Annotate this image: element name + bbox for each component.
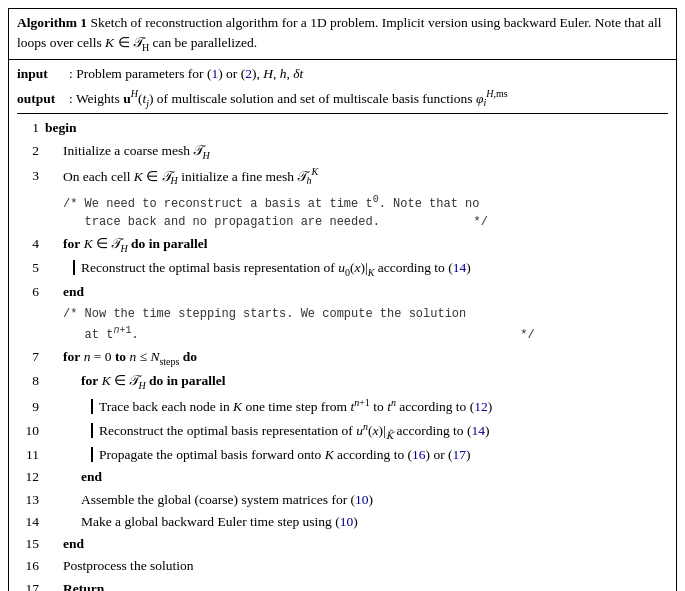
step-num-11: 11 [17, 444, 45, 466]
step-content-9: Trace back each node in K one time step … [45, 395, 668, 419]
output-content: : Weights uH(tj) of multiscale solution … [69, 86, 668, 110]
step-num-6: 6 [17, 281, 45, 303]
step-content-17: Return [45, 578, 668, 591]
input-line: input : Problem parameters for (1) or (2… [17, 64, 668, 84]
step-num-3: 3 [17, 165, 45, 187]
step-1: 1 begin [17, 117, 668, 139]
step-content-5: Reconstruct the optimal basis representa… [45, 257, 668, 281]
output-label: output [17, 89, 69, 109]
comment-content-2: /* Now the time stepping starts. We comp… [45, 305, 668, 344]
step-content-10: Reconstruct the optimal basis representa… [45, 418, 668, 444]
step-17: 17 Return [17, 578, 668, 591]
algorithm-title: Algorithm 1 [17, 15, 87, 30]
step-12: 12 end [17, 466, 668, 488]
step-11: 11 Propagate the optimal basis forward o… [17, 444, 668, 466]
step-num-9: 9 [17, 396, 45, 418]
step-num-5: 5 [17, 257, 45, 279]
step-4: 4 for K ∈ 𝒯H do in parallel [17, 233, 668, 257]
step-16: 16 Postprocess the solution [17, 555, 668, 577]
step-num-15: 15 [17, 533, 45, 555]
step-num-7: 7 [17, 346, 45, 368]
step-num-14: 14 [17, 511, 45, 533]
comment-block-1: /* We need to reconstruct a basis at tim… [17, 190, 668, 233]
output-line: output : Weights uH(tj) of multiscale so… [17, 86, 668, 110]
step-content-2: Initialize a coarse mesh 𝒯H [45, 140, 668, 164]
step-num-2: 2 [17, 140, 45, 162]
step-content-16: Postprocess the solution [45, 555, 668, 577]
step-content-3: On each cell K ∈ 𝒯H initialize a fine me… [45, 164, 668, 190]
step-content-7: for n = 0 to n ≤ Nsteps do [45, 346, 668, 370]
step-content-1: begin [45, 117, 668, 139]
step-content-12: end [45, 466, 668, 488]
step-num-10: 10 [17, 420, 45, 442]
step-content-13: Assemble the global (coarse) system matr… [45, 489, 668, 511]
step-7: 7 for n = 0 to n ≤ Nsteps do [17, 346, 668, 370]
step-num-1: 1 [17, 117, 45, 139]
step-content-6: end [45, 281, 668, 303]
step-6: 6 end [17, 281, 668, 303]
step-8: 8 for K ∈ 𝒯H do in parallel [17, 370, 668, 394]
divider [17, 113, 668, 114]
algorithm-box: Algorithm 1 Sketch of reconstruction alg… [8, 8, 677, 591]
step-num-16: 16 [17, 555, 45, 577]
step-num-13: 13 [17, 489, 45, 511]
input-content: : Problem parameters for (1) or (2), H, … [69, 64, 668, 84]
step-14: 14 Make a global backward Euler time ste… [17, 511, 668, 533]
algorithm-steps: 1 begin 2 Initialize a coarse mesh 𝒯H 3 … [17, 117, 668, 591]
step-content-14: Make a global backward Euler time step u… [45, 511, 668, 533]
step-num-17: 17 [17, 578, 45, 591]
input-label: input [17, 64, 69, 84]
step-15: 15 end [17, 533, 668, 555]
comment-content-1: /* We need to reconstruct a basis at tim… [45, 192, 668, 231]
step-content-11: Propagate the optimal basis forward onto… [45, 444, 668, 466]
algorithm-body: input : Problem parameters for (1) or (2… [9, 60, 676, 591]
algorithm-header: Algorithm 1 Sketch of reconstruction alg… [9, 9, 676, 60]
step-10: 10 Reconstruct the optimal basis represe… [17, 418, 668, 444]
step-13: 13 Assemble the global (coarse) system m… [17, 489, 668, 511]
step-num-8: 8 [17, 370, 45, 392]
step-3: 3 On each cell K ∈ 𝒯H initialize a fine … [17, 164, 668, 190]
step-2: 2 Initialize a coarse mesh 𝒯H [17, 140, 668, 164]
step-9: 9 Trace back each node in K one time ste… [17, 395, 668, 419]
comment-block-2: /* Now the time stepping starts. We comp… [17, 303, 668, 346]
step-num-12: 12 [17, 466, 45, 488]
algorithm-description: Sketch of reconstruction algorithm for a… [17, 15, 661, 50]
step-num-4: 4 [17, 233, 45, 255]
step-content-15: end [45, 533, 668, 555]
step-content-4: for K ∈ 𝒯H do in parallel [45, 233, 668, 257]
step-content-8: for K ∈ 𝒯H do in parallel [45, 370, 668, 394]
step-5: 5 Reconstruct the optimal basis represen… [17, 257, 668, 281]
